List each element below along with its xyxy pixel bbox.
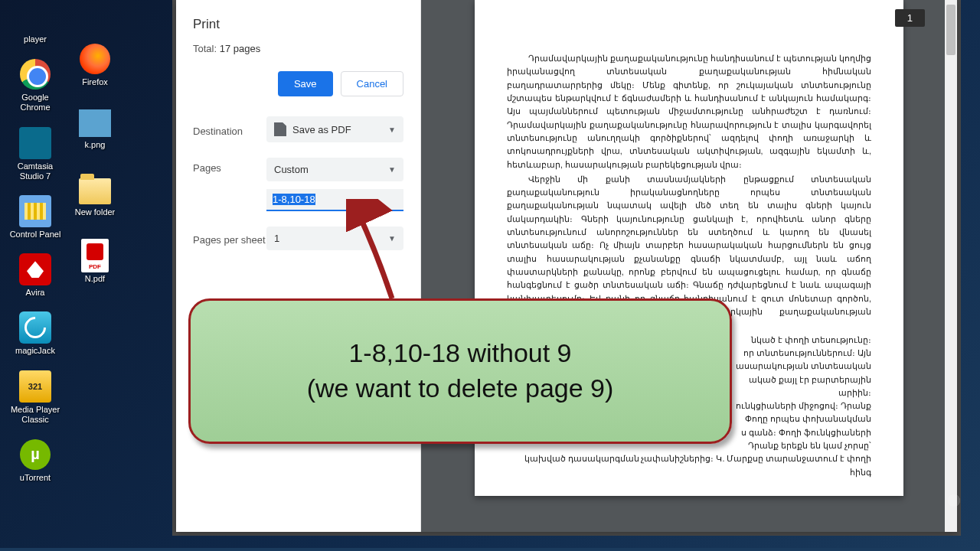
icon-label: Google Chrome bbox=[8, 93, 63, 112]
desktop-icon-kpng[interactable]: k.png bbox=[67, 106, 122, 150]
desktop-icon-mpc[interactable]: 321 Media Player Classic bbox=[8, 370, 63, 425]
firefox-icon bbox=[80, 44, 110, 74]
destination-row: Destination Save as PDF ▼ bbox=[193, 116, 403, 142]
desktop-col-2: Firefox k.png New folder N.pdf bbox=[67, 0, 122, 284]
icon-label: k.png bbox=[85, 140, 106, 150]
print-total: Total: 17 pages bbox=[193, 43, 403, 54]
callout-line-1: 1-8,10-18 without 9 bbox=[348, 336, 571, 371]
desktop-icon-utorrent[interactable]: µ uTorrent bbox=[8, 439, 63, 483]
desktop-icon-camtasia[interactable]: Camtasia Studio 7 bbox=[8, 127, 63, 181]
desktop-icon-magicjack[interactable]: magicJack bbox=[8, 311, 63, 356]
save-button[interactable]: Save bbox=[278, 71, 333, 96]
icon-label: N.pdf bbox=[85, 274, 105, 284]
icon-label: Control Panel bbox=[10, 230, 61, 240]
watermark-icon bbox=[933, 479, 975, 522]
icon-label: Avira bbox=[26, 288, 45, 298]
desktop-icon-firefox[interactable]: Firefox bbox=[67, 43, 122, 87]
icon-label: magicJack bbox=[15, 346, 55, 356]
print-preview[interactable]: 1 Դրամավարկային քաղաքականությունը հանդիս… bbox=[421, 0, 957, 532]
camtasia-icon bbox=[19, 127, 51, 159]
icon-label: New folder bbox=[75, 207, 116, 217]
scroll-thumb[interactable] bbox=[946, 5, 956, 55]
magicjack-icon bbox=[19, 311, 51, 344]
avira-icon bbox=[19, 253, 51, 285]
desktop-icon-chrome[interactable]: Google Chrome bbox=[8, 58, 63, 112]
mpc-icon: 321 bbox=[19, 370, 51, 403]
dialog-buttons: Save Cancel bbox=[193, 71, 403, 96]
desktop: player Google Chrome Camtasia Studio 7 C… bbox=[0, 0, 168, 551]
chevron-down-icon: ▼ bbox=[388, 126, 396, 134]
destination-select[interactable]: Save as PDF ▼ bbox=[266, 116, 403, 142]
total-count: 17 pages bbox=[220, 43, 261, 54]
desktop-icon-avira[interactable]: Avira bbox=[8, 253, 63, 298]
icon-label: player bbox=[24, 34, 47, 44]
pdf-file-icon bbox=[81, 239, 109, 272]
annotation-callout: 1-8,10-18 without 9 (we want to delete p… bbox=[188, 298, 732, 444]
icon-label: Camtasia Studio 7 bbox=[8, 161, 63, 181]
pages-label: Pages bbox=[193, 158, 266, 175]
print-dialog: Print Total: 17 pages Save Cancel Destin… bbox=[176, 0, 957, 532]
control-panel-icon bbox=[19, 195, 51, 227]
desktop-icon-player[interactable]: player bbox=[8, 0, 63, 44]
chevron-down-icon: ▼ bbox=[388, 165, 396, 174]
pdf-icon bbox=[274, 122, 286, 136]
page-number-badge: 1 bbox=[895, 9, 925, 27]
pages-mode-select[interactable]: Custom ▼ bbox=[266, 158, 403, 181]
desktop-col-1: player Google Chrome Camtasia Studio 7 C… bbox=[8, 0, 63, 483]
desktop-icon-control-panel[interactable]: Control Panel bbox=[8, 195, 63, 240]
utorrent-icon: µ bbox=[20, 439, 51, 470]
total-prefix: Total: bbox=[193, 43, 220, 54]
preview-scrollbar[interactable] bbox=[945, 0, 957, 532]
icon-label: Firefox bbox=[82, 77, 108, 87]
annotation-arrow bbox=[346, 199, 407, 306]
folder-icon bbox=[79, 178, 111, 204]
taskbar[interactable] bbox=[0, 548, 980, 551]
icon-label: uTorrent bbox=[20, 473, 51, 483]
pps-label: Pages per sheet bbox=[193, 230, 266, 247]
chrome-icon bbox=[20, 59, 51, 90]
callout-line-2: (we want to delete page 9) bbox=[307, 371, 614, 406]
chrome-window: Print Total: 17 pages Save Cancel Destin… bbox=[172, 0, 961, 536]
icon-label: Media Player Classic bbox=[8, 405, 63, 425]
desktop-icon-new-folder[interactable]: New folder bbox=[67, 173, 122, 217]
pps-value: 1 bbox=[274, 233, 279, 244]
desktop-icon-npdf[interactable]: N.pdf bbox=[67, 240, 122, 284]
print-title: Print bbox=[193, 17, 403, 32]
cancel-button[interactable]: Cancel bbox=[341, 71, 403, 96]
image-file-icon bbox=[79, 109, 111, 137]
doc-paragraph: Դրամավարկային քաղաքականությունը հանդիսան… bbox=[507, 52, 871, 171]
destination-value: Save as PDF bbox=[292, 124, 351, 135]
pages-mode-value: Custom bbox=[274, 164, 309, 175]
destination-label: Destination bbox=[193, 121, 266, 139]
